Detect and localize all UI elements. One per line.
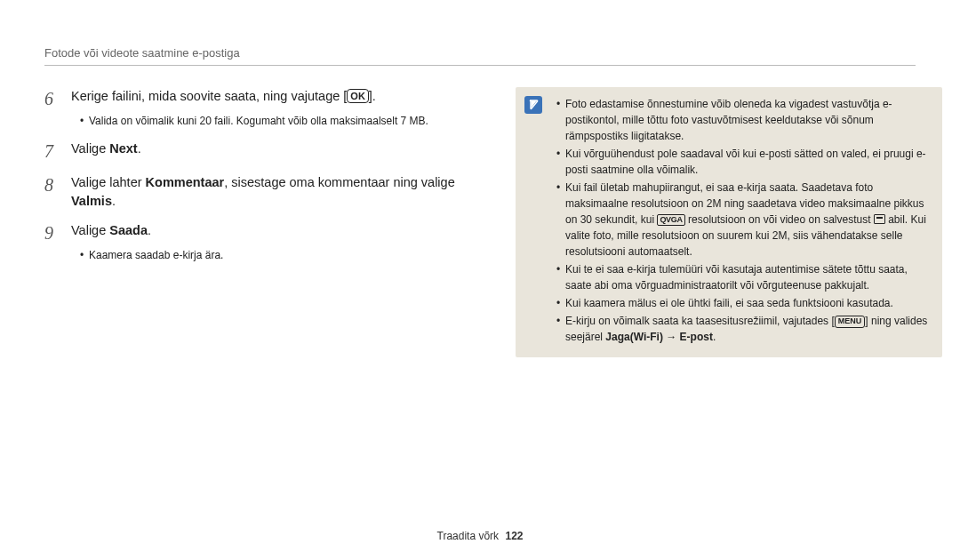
step-text-post: . <box>148 223 151 237</box>
note-box: Foto edastamise õnnestumine võib oleneda… <box>516 87 942 357</box>
footer-section: Traadita võrk <box>437 530 500 542</box>
step-sub-item: Valida on võimalik kuni 20 faili. Koguma… <box>80 114 489 129</box>
step-text: Valige Next. <box>71 140 141 158</box>
step-7: 7 Valige Next. <box>44 140 489 163</box>
note-text-mid: resolutsioon on või video on salvestust <box>685 213 874 226</box>
footer: Traadita võrk 122 <box>0 530 960 542</box>
step-sub-list: Valida on võimalik kuni 20 faili. Koguma… <box>44 114 489 129</box>
step-6: 6 Kerige failini, mida soovite saata, ni… <box>44 87 489 129</box>
step-text-post: . <box>138 141 141 156</box>
note-item: Kui te ei saa e-kirja tulemüüri või kasu… <box>556 261 930 293</box>
note-item: Kui kaamera mälus ei ole ühtki faili, ei… <box>556 295 930 311</box>
step-number: 9 <box>44 221 59 244</box>
memory-card-icon <box>874 214 885 224</box>
step-text-pre: Kerige failini, mida soovite saata, ning… <box>71 89 347 103</box>
step-number: 7 <box>44 140 59 163</box>
note-text-pre: E-kirju on võimalk saata ka taasesitusre… <box>565 315 835 327</box>
note-icon <box>524 96 542 114</box>
step-text-pre: Valige <box>71 141 109 156</box>
step-text-post: . <box>112 194 116 208</box>
step-text-bold: Next <box>109 141 137 156</box>
steps-column: 6 Kerige failini, mida soovite saata, ni… <box>44 87 489 357</box>
note-item: Kui võrguühendust pole saadaval või kui … <box>556 146 930 178</box>
note-item: E-kirju on võimalk saata ka taasesitusre… <box>556 313 930 345</box>
step-number: 6 <box>44 87 59 110</box>
page-number: 122 <box>505 530 523 542</box>
breadcrumb: Fotode või videote saatmine e-postiga <box>44 46 916 66</box>
step-number: 8 <box>44 173 59 196</box>
step-text-bold: Kommentaar <box>146 175 225 189</box>
ok-icon: OK <box>347 89 369 103</box>
step-text: Kerige failini, mida soovite saata, ning… <box>71 87 376 106</box>
note-text-bold: Jaga(Wi-Fi) → E-post <box>605 331 713 343</box>
step-text-pre: Valige lahter <box>71 175 146 189</box>
step-text-mid: , sisestage oma kommentaar ning valige <box>224 175 455 189</box>
note-item: Foto edastamise õnnestumine võib oleneda… <box>556 96 930 144</box>
step-text: Valige lahter Kommentaar, sisestage oma … <box>71 173 489 211</box>
notes-column: Foto edastamise õnnestumine võib oleneda… <box>516 87 942 357</box>
note-text-post: . <box>713 331 716 343</box>
step-8: 8 Valige lahter Kommentaar, sisestage om… <box>44 173 489 211</box>
note-item: Kui fail ületab mahupiirangut, ei saa e-… <box>556 180 930 260</box>
step-text-bold2: Valmis <box>71 194 112 208</box>
qvga-icon: QVGA <box>657 214 684 226</box>
step-sub-list: Kaamera saadab e-kirja ära. <box>44 248 489 263</box>
menu-icon: MENU <box>835 316 866 328</box>
step-sub-item: Kaamera saadab e-kirja ära. <box>80 248 489 263</box>
step-text-post: ]. <box>369 89 376 103</box>
step-text-pre: Valige <box>71 223 109 237</box>
step-9: 9 Valige Saada. Kaamera saadab e-kirja ä… <box>44 221 489 263</box>
step-text: Valige Saada. <box>71 221 151 240</box>
note-list: Foto edastamise õnnestumine võib oleneda… <box>556 96 930 345</box>
step-text-bold: Saada <box>109 223 148 237</box>
